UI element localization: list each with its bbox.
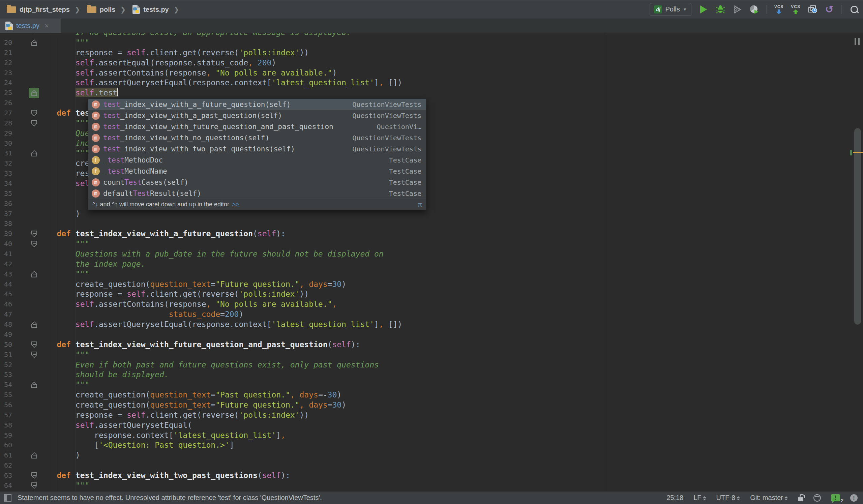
git-branch-widget[interactable]: Git: master — [750, 494, 788, 502]
notifications-icon[interactable]: !2 — [831, 494, 840, 501]
fold-start-icon[interactable] — [32, 482, 37, 489]
line-number[interactable]: 51 — [4, 350, 12, 360]
code-editor[interactable]: If no questions exist, an appropriate me… — [0, 33, 863, 491]
breadcrumb-item-file[interactable]: tests.py ❯ — [133, 5, 179, 14]
line-number[interactable]: 34 — [4, 179, 12, 189]
code-line[interactable]: 51 """ — [0, 350, 863, 360]
line-number[interactable]: 28 — [4, 118, 12, 128]
highlighting-level-icon[interactable] — [813, 494, 821, 502]
line-number[interactable]: 32 — [4, 159, 12, 168]
vcs-commit-button[interactable]: VCS — [791, 4, 800, 14]
fold-end-icon[interactable] — [32, 321, 37, 328]
fold-start-icon[interactable] — [32, 341, 37, 348]
completion-item[interactable]: mdefaultTestResult(self)TestCase — [88, 188, 426, 199]
code-line[interactable]: 62 — [0, 461, 863, 471]
completion-item[interactable]: mtest_index_view_with_a_future_question(… — [88, 99, 426, 110]
line-number[interactable]: 35 — [4, 189, 12, 199]
code-line[interactable]: 49 — [0, 330, 863, 340]
code-line[interactable]: 56 create_question(question_text="Future… — [0, 400, 863, 410]
code-line[interactable]: 52 Even if both past and future question… — [0, 360, 863, 370]
code-line[interactable]: 39 def test_index_view_with_a_future_que… — [0, 229, 863, 239]
line-number[interactable]: 49 — [4, 330, 12, 340]
code-line[interactable]: 23 self.assertContains(response, "No pol… — [0, 68, 863, 78]
search-everywhere-button[interactable] — [850, 5, 859, 14]
line-number[interactable]: 23 — [4, 68, 12, 78]
code-line[interactable]: 48 self.assertQuerysetEqual(response.con… — [0, 319, 863, 330]
code-line[interactable]: 46 self.assertContains(response, "No pol… — [0, 299, 863, 310]
line-number[interactable]: 41 — [4, 249, 12, 259]
fold-start-icon[interactable] — [32, 352, 37, 358]
line-number[interactable]: 63 — [4, 471, 12, 481]
fold-end-icon[interactable] — [32, 39, 37, 46]
line-number[interactable]: 45 — [4, 289, 12, 299]
line-number[interactable]: 24 — [4, 78, 12, 88]
line-number[interactable]: 60 — [4, 440, 12, 450]
breadcrumb-item-polls[interactable]: polls ❯ — [87, 5, 126, 13]
line-number[interactable]: 36 — [4, 199, 12, 209]
fold-start-icon[interactable] — [32, 120, 37, 126]
completion-item[interactable]: mtest_index_view_with_no_questions(self)… — [88, 132, 426, 143]
code-line[interactable]: 40 """ — [0, 239, 863, 249]
completion-item[interactable]: mtest_index_view_with_future_question_an… — [88, 121, 426, 132]
fold-end-icon[interactable] — [32, 382, 37, 388]
line-number[interactable]: 39 — [4, 229, 12, 239]
line-number[interactable]: 46 — [4, 299, 12, 310]
code-line[interactable]: 53 should be displayed. — [0, 370, 863, 380]
rollback-button[interactable]: ↺ — [825, 5, 834, 14]
line-number[interactable]: 56 — [4, 400, 12, 410]
recent-changes-button[interactable] — [808, 5, 817, 14]
line-number[interactable]: 61 — [4, 450, 12, 461]
line-number[interactable]: 58 — [4, 420, 12, 430]
line-separator-widget[interactable]: LF — [693, 494, 706, 502]
fold-end-icon[interactable] — [32, 452, 37, 458]
completion-item[interactable]: mcountTestCases(self)TestCase — [88, 177, 426, 188]
readonly-lock-icon[interactable] — [798, 497, 803, 501]
line-number[interactable]: 54 — [4, 380, 12, 390]
code-line[interactable]: 64 """ — [0, 481, 863, 491]
fold-end-icon[interactable] — [32, 150, 37, 156]
code-line[interactable]: 58 self.assertQuerysetEqual( — [0, 420, 863, 430]
code-line[interactable]: 25 self.test — [0, 88, 863, 98]
code-line[interactable]: 55 create_question(question_text="Past q… — [0, 390, 863, 400]
tool-window-toggle-icon[interactable] — [4, 494, 11, 502]
line-number[interactable]: 42 — [4, 259, 12, 269]
code-line[interactable]: 22 self.assertEqual(response.status_code… — [0, 58, 863, 68]
line-number[interactable]: 37 — [4, 209, 12, 219]
code-line[interactable]: 57 response = self.client.get(reverse('p… — [0, 410, 863, 420]
completion-item[interactable]: mtest_index_view_with_two_past_questions… — [88, 143, 426, 154]
line-number[interactable]: 55 — [4, 390, 12, 400]
breadcrumb-item-project[interactable]: djtp_first_steps ❯ — [7, 5, 80, 13]
code-line[interactable]: 60 ['<Question: Past question.>'] — [0, 440, 863, 450]
code-line[interactable]: 61 ) — [0, 450, 863, 461]
line-number[interactable]: 64 — [4, 481, 12, 491]
event-log-icon[interactable]: ! — [850, 494, 858, 502]
code-line[interactable]: 47 status_code=200) — [0, 310, 863, 319]
line-number[interactable]: 44 — [4, 279, 12, 290]
line-number[interactable]: 27 — [4, 108, 12, 118]
line-number[interactable]: 43 — [4, 269, 12, 279]
close-icon[interactable]: × — [45, 22, 49, 30]
line-number[interactable]: 31 — [4, 148, 12, 159]
inspection-indicator-icon[interactable] — [854, 38, 860, 45]
line-number[interactable]: 53 — [4, 370, 12, 380]
fold-end-icon[interactable] — [32, 271, 37, 277]
code-line[interactable]: 21 response = self.client.get(reverse('p… — [0, 48, 863, 58]
fold-end-icon[interactable] — [32, 90, 37, 96]
line-number[interactable]: 50 — [4, 340, 12, 350]
completion-item[interactable]: f_testMethodDocTestCase — [88, 154, 426, 165]
code-line[interactable]: 45 response = self.client.get(reverse('p… — [0, 289, 863, 299]
line-number[interactable]: 47 — [4, 310, 12, 319]
line-number[interactable]: 29 — [4, 128, 12, 139]
code-line[interactable]: 44 create_question(question_text="Future… — [0, 279, 863, 290]
code-line[interactable]: 42 the index page. — [0, 259, 863, 269]
line-number[interactable]: 26 — [4, 98, 12, 108]
line-number[interactable]: 38 — [4, 219, 12, 229]
fold-start-icon[interactable] — [32, 230, 37, 237]
code-line[interactable]: 54 """ — [0, 380, 863, 390]
run-configuration-select[interactable]: dj Polls ▼ — [650, 3, 691, 16]
completion-item[interactable]: f_testMethodNameTestCase — [88, 165, 426, 177]
code-line[interactable]: 59 response.context['latest_question_lis… — [0, 430, 863, 441]
line-number[interactable]: 21 — [4, 48, 12, 58]
line-number[interactable]: 59 — [4, 430, 12, 441]
fold-start-icon[interactable] — [32, 241, 37, 247]
